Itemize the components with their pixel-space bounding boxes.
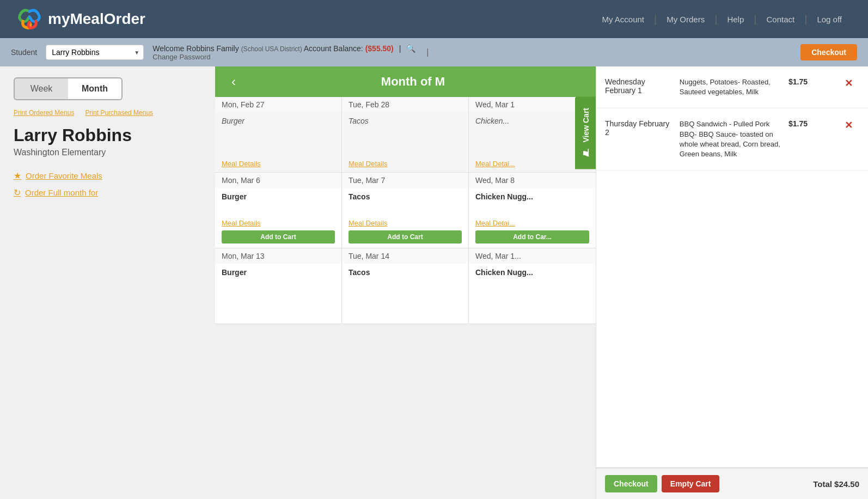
cal-cell-tue-mar7: Tacos Meal Details Add to Cart [342,188,469,248]
student-select-wrap: Larry Robbins [46,45,144,60]
cart-item-date-1: Wednesday February 1 [605,77,674,95]
cart-footer: Checkout Empty Cart Total $24.50 [596,467,868,499]
school-name-display: Washington Elementary [14,148,201,157]
cal-meal-wed-mar8: Chicken Nugg... [475,192,589,201]
order-full-month-link[interactable]: ↻ Order Full month for [14,187,201,198]
welcome-text: Welcome Robbins Family (School USA Distr… [152,44,415,61]
cal-week-3: Burger Tacos Chicken Nugg... [215,264,596,324]
order-favorite-link[interactable]: ★ Order Favorite Meals [14,171,201,181]
print-purchased-link[interactable]: Print Purchased Menus [85,109,153,117]
print-links: Print Ordered Menus Print Purchased Menu… [14,109,201,117]
calendar-grid: Mon, Feb 27 Tue, Feb 28 Wed, Mar 1 Burge… [215,97,596,324]
header: myMealOrder My Account | My Orders | Hel… [0,0,868,38]
cal-cell-mon-feb27: Burger Meal Details [215,112,342,172]
cal-cell-tue-feb28: Tacos Meal Details [342,112,469,172]
cart-item-1: Wednesday February 1 Nuggets, Potatoes- … [596,66,868,108]
cal-meal-tue-mar14: Tacos [349,268,462,277]
cal-week-1: Burger Meal Details Tacos Meal Details C… [215,112,596,173]
cal-headers-row-2: Mon, Mar 6 Tue, Mar 7 Wed, Mar 8 [215,173,596,188]
cal-meal-mon-mar13: Burger [222,268,335,277]
calendar-title: Month of M [241,75,585,89]
cart-empty-button[interactable]: Empty Cart [662,475,720,492]
nav-help[interactable]: Help [717,15,754,24]
cart-item-desc-2: BBQ Sandwich - Pulled Pork BBQ- BBQ Sauc… [680,119,783,159]
flag-icon: ⚑ [580,147,592,159]
main-content: Week Month Print Ordered Menus Print Pur… [0,66,868,499]
nav-my-account[interactable]: My Account [592,15,654,24]
action-links: ★ Order Favorite Meals ↻ Order Full mont… [14,171,201,198]
cart-item-price-1: $1.75 [788,77,832,86]
sidebar: Week Month Print Ordered Menus Print Pur… [0,66,215,499]
add-to-cart-tue-mar7[interactable]: Add to Cart [349,230,462,244]
student-select[interactable]: Larry Robbins [46,45,144,60]
account-balance: ($55.50) [365,44,394,53]
cal-day-header-wed-mar8: Wed, Mar 8 [469,173,596,188]
print-ordered-link[interactable]: Print Ordered Menus [14,109,74,117]
cal-meal-wed-mar1x: Chicken Nugg... [475,268,589,277]
cal-day-header-tue-mar7: Tue, Mar 7 [342,173,469,188]
cart-item-date-2: Thursday February 2 [605,119,674,137]
meal-details-tue-feb28[interactable]: Meal Details [349,160,462,168]
checkout-button[interactable]: Checkout [800,44,857,60]
cal-cell-wed-mar8: Chicken Nugg... Meal Detai... Add to Car… [469,188,596,248]
week-toggle-btn[interactable]: Week [15,78,68,99]
change-password-link[interactable]: Change Password [152,53,415,61]
cart-total: Total $24.50 [813,479,859,489]
logo-icon [16,6,42,32]
nav-log-off[interactable]: Log off [807,15,852,24]
week-month-toggle: Week Month [14,77,123,100]
cal-day-header-wed-mar1x: Wed, Mar 1... [469,248,596,264]
logo-area: myMealOrder [16,6,145,32]
cal-headers-row-1: Mon, Feb 27 Tue, Feb 28 Wed, Mar 1 [215,97,596,112]
cart-checkout-button[interactable]: Checkout [605,475,657,492]
meal-details-wed-mar8[interactable]: Meal Detai... [475,219,589,227]
cal-day-header-mon-mar13: Mon, Mar 13 [215,248,342,264]
cart-panel: Wednesday February 1 Nuggets, Potatoes- … [596,66,868,499]
month-toggle-btn[interactable]: Month [68,78,121,99]
cal-day-header-tue-feb28: Tue, Feb 28 [342,97,469,112]
cal-meal-tue-feb28: Tacos [349,117,462,125]
cart-remove-btn-1[interactable]: ✕ [838,77,859,89]
cal-headers-row-3: Mon, Mar 13 Tue, Mar 14 Wed, Mar 1... [215,248,596,264]
subheader: Student Larry Robbins Welcome Robbins Fa… [0,38,868,66]
star-icon: ★ [14,171,21,181]
meal-details-wed-feb[interactable]: Meal Detai... [475,160,589,168]
cal-cell-mon-mar6: Burger Meal Details Add to Cart [215,188,342,248]
calendar-prev-btn[interactable]: ‹ [226,74,241,89]
cal-cell-wed-mar1x: Chicken Nugg... [469,264,596,324]
calendar-header: ‹ Month of M [215,66,596,97]
nav-contact[interactable]: Contact [756,15,804,24]
cart-remove-btn-2[interactable]: ✕ [838,119,859,131]
cal-meal-tue-mar7: Tacos [349,192,462,201]
cal-week-2: Burger Meal Details Add to Cart Tacos Me… [215,188,596,248]
cart-footer-buttons: Checkout Empty Cart [605,475,719,492]
cal-meal-mon-mar6: Burger [222,192,335,201]
refresh-icon: ↻ [14,187,21,198]
cal-day-header-tue-mar14: Tue, Mar 14 [342,248,469,264]
cal-day-header-mon-mar6: Mon, Mar 6 [215,173,342,188]
student-name-display: Larry Robbins [14,125,201,145]
add-to-cart-wed-mar8[interactable]: Add to Car... [475,230,589,244]
cart-item-price-2: $1.75 [788,119,832,128]
logo-text: myMealOrder [48,10,145,28]
cart-content: Wednesday February 1 Nuggets, Potatoes- … [596,66,868,467]
meal-details-tue-mar7[interactable]: Meal Details [349,219,462,227]
nav-my-orders[interactable]: My Orders [657,15,714,24]
meal-details-mon-feb27[interactable]: Meal Details [222,160,335,168]
add-to-cart-mon-mar6[interactable]: Add to Cart [222,230,335,244]
cal-cell-tue-mar14: Tacos [342,264,469,324]
student-label: Student [11,48,37,57]
calendar-area: ‹ Month of M ⚑ View Cart Mon, Feb 27 Tue… [215,66,596,499]
main-nav: My Account | My Orders | Help | Contact … [592,13,852,26]
cart-item-2: Thursday February 2 BBQ Sandwich - Pulle… [596,108,868,171]
cal-day-header-mon-feb27: Mon, Feb 27 [215,97,342,112]
cal-meal-mon-feb27: Burger [222,117,335,125]
view-cart-ribbon[interactable]: ⚑ View Cart [575,97,596,169]
cart-item-desc-1: Nuggets, Potatoes- Roasted, Sauteed vege… [680,77,783,97]
cal-meal-wed-feb: Chicken... [475,117,589,125]
meal-details-mon-mar6[interactable]: Meal Details [222,219,335,227]
cal-cell-mon-mar13: Burger [215,264,342,324]
